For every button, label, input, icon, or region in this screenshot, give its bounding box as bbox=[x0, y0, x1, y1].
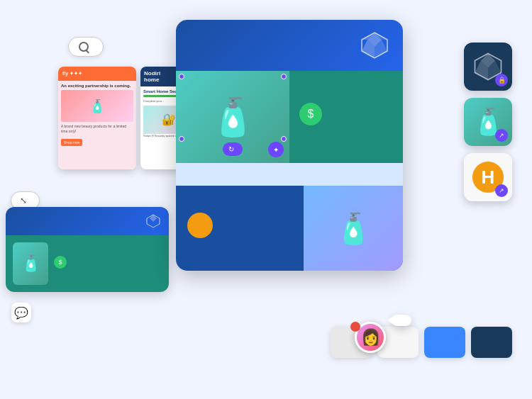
thumb1-cta[interactable]: Shop now bbox=[61, 139, 82, 146]
right-icon-gem[interactable]: 🔒 bbox=[464, 43, 512, 91]
card-section3: 🧴 bbox=[176, 186, 403, 271]
image-edit-icon[interactable]: ✦ bbox=[268, 142, 284, 157]
resize-icon: ⤡ bbox=[20, 196, 27, 206]
template-thumb-1[interactable]: fly ✦✦✦ An exciting partnership is comin… bbox=[58, 67, 136, 169]
share-badge-h[interactable]: ↗ bbox=[495, 184, 508, 197]
card-section1: 🧴 ↻ ✦ $ bbox=[176, 71, 403, 163]
color-swatch-blue[interactable] bbox=[424, 327, 465, 358]
selection-corner-br bbox=[281, 136, 287, 142]
lock-badge-icon: 🔒 bbox=[495, 74, 508, 86]
edit-icon-symbol: ✦ bbox=[273, 146, 279, 154]
preview-card-logo bbox=[146, 214, 160, 228]
avatar-area: 👩 bbox=[355, 322, 386, 353]
thumb2-logo-text: Nodirihome bbox=[144, 70, 160, 83]
thumb1-text: A brand new beauty products for a limite… bbox=[61, 124, 133, 134]
thumb1-image: 🧴 bbox=[61, 90, 133, 122]
collab-h-icon bbox=[187, 213, 213, 238]
product-image-area[interactable]: 🧴 ↻ ✦ bbox=[176, 71, 289, 163]
chat-icon-button[interactable]: 💬 bbox=[11, 303, 31, 322]
search-bar[interactable] bbox=[68, 37, 104, 57]
thumb1-body: An exciting partnership is coming. 🧴 A b… bbox=[58, 81, 136, 169]
right-panel: 🔒 🧴 ↗ H ↗ bbox=[464, 43, 512, 201]
selection-corner-tr bbox=[281, 74, 287, 79]
approval-tooltip bbox=[392, 315, 411, 326]
collab-text-area bbox=[176, 186, 304, 271]
preview-section1: 🧴 $ bbox=[6, 235, 169, 292]
thumb1-logo-text: fly ✦✦✦ bbox=[62, 71, 82, 77]
preview-scent-info: $ bbox=[54, 256, 162, 271]
collab-spray-icon: 🧴 bbox=[335, 211, 372, 246]
chat-icon-symbol: 💬 bbox=[14, 306, 28, 320]
scent-dollar-icon: $ bbox=[299, 103, 322, 125]
replace-image-button[interactable]: ↻ bbox=[223, 142, 243, 156]
notification-dot bbox=[350, 322, 360, 332]
right-icon-spray[interactable]: 🧴 ↗ bbox=[464, 98, 512, 146]
thumb1-headline: An exciting partnership is coming. bbox=[61, 84, 133, 88]
product-spray-icon: 🧴 bbox=[210, 96, 256, 139]
scent-info-area: $ bbox=[289, 94, 403, 140]
selection-corner-tl bbox=[179, 74, 184, 79]
preview-card[interactable]: 🧴 $ bbox=[6, 207, 169, 292]
preview-scent-icon: $ bbox=[54, 256, 67, 269]
thumb1-header: fly ✦✦✦ bbox=[58, 67, 136, 81]
preview-product-image: 🧴 bbox=[13, 242, 48, 285]
selection-corner-bl bbox=[179, 136, 184, 142]
card-header bbox=[176, 20, 403, 71]
share-badge-icon[interactable]: ↗ bbox=[495, 129, 508, 142]
main-newsletter-card: 🧴 ↻ ✦ $ bbox=[176, 20, 403, 271]
preview-card-header bbox=[6, 207, 169, 235]
card-section2 bbox=[176, 163, 403, 186]
right-icon-h[interactable]: H ↗ bbox=[464, 153, 512, 201]
search-icon bbox=[79, 42, 89, 52]
color-swatch-dark[interactable] bbox=[471, 327, 512, 358]
card-logo-icon bbox=[360, 31, 389, 60]
replace-icon: ↻ bbox=[228, 145, 234, 153]
collab-image-area[interactable]: 🧴 bbox=[304, 186, 403, 271]
